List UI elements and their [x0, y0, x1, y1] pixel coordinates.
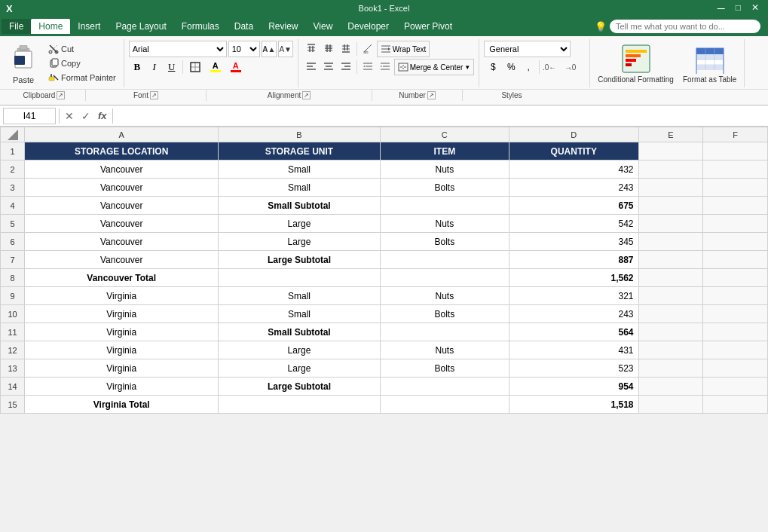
data-cell[interactable]: 1,518: [509, 396, 638, 414]
data-cell[interactable]: [703, 323, 768, 341]
menu-insert[interactable]: Insert: [70, 19, 108, 34]
number-format-select[interactable]: General: [484, 41, 571, 57]
cut-button[interactable]: Cut: [45, 43, 119, 55]
align-left-btn[interactable]: [303, 59, 320, 75]
data-cell[interactable]: 243: [509, 179, 638, 197]
data-cell[interactable]: [219, 269, 380, 287]
data-cell[interactable]: [703, 161, 768, 179]
cell-e1[interactable]: [638, 142, 703, 161]
data-cell[interactable]: 243: [509, 305, 638, 323]
data-cell[interactable]: [703, 197, 768, 215]
wrap-text-button[interactable]: Wrap Text: [377, 41, 430, 57]
data-cell[interactable]: Bolts: [380, 179, 509, 197]
data-cell[interactable]: [638, 396, 703, 414]
data-cell[interactable]: [703, 269, 768, 287]
data-cell[interactable]: [703, 215, 768, 233]
decrease-decimal-btn[interactable]: .0←: [542, 59, 563, 75]
col-header-e[interactable]: E: [638, 127, 703, 142]
data-cell[interactable]: [638, 233, 703, 251]
data-cell[interactable]: [638, 341, 703, 359]
row-header[interactable]: 3: [1, 179, 25, 197]
font-family-select[interactable]: Arial: [129, 41, 227, 57]
header-cell-c1[interactable]: ITEM: [380, 142, 509, 161]
data-cell[interactable]: [380, 378, 509, 396]
minimize-btn[interactable]: ─: [714, 3, 728, 14]
data-cell[interactable]: Virginia: [25, 378, 219, 396]
highlight-button[interactable]: A: [206, 59, 225, 75]
data-cell[interactable]: 954: [509, 378, 638, 396]
menu-developer[interactable]: Developer: [340, 19, 396, 34]
data-cell[interactable]: 432: [509, 161, 638, 179]
data-cell[interactable]: [703, 233, 768, 251]
decrease-indent-btn[interactable]: [360, 59, 376, 75]
data-cell[interactable]: Nuts: [380, 341, 509, 359]
data-cell[interactable]: [638, 305, 703, 323]
data-cell[interactable]: [703, 287, 768, 305]
data-cell[interactable]: Virginia: [25, 287, 219, 305]
data-cell[interactable]: 564: [509, 323, 638, 341]
menu-page-layout[interactable]: Page Layout: [108, 19, 173, 34]
header-cell-a1[interactable]: STORAGE LOCATION: [25, 142, 219, 161]
cancel-formula-icon[interactable]: ✕: [63, 110, 76, 122]
data-cell[interactable]: [219, 396, 380, 414]
clipboard-expand-icon[interactable]: ↗: [57, 91, 65, 99]
format-as-table-button[interactable]: Format as Table: [680, 41, 740, 86]
data-cell[interactable]: [638, 215, 703, 233]
data-cell[interactable]: Small Subtotal: [219, 197, 380, 215]
data-cell[interactable]: Bolts: [380, 233, 509, 251]
data-cell[interactable]: Vancouver: [25, 179, 219, 197]
data-cell[interactable]: [638, 323, 703, 341]
font-expand-icon[interactable]: ↗: [150, 91, 158, 99]
data-cell[interactable]: [638, 179, 703, 197]
increase-decimal-btn[interactable]: →.0: [564, 59, 585, 75]
format-painter-button[interactable]: Format Painter: [45, 72, 119, 84]
data-cell[interactable]: Small: [219, 161, 380, 179]
menu-file[interactable]: File: [2, 19, 31, 34]
align-right-btn[interactable]: [338, 59, 354, 75]
data-cell[interactable]: 1,562: [509, 269, 638, 287]
header-cell-d1[interactable]: QUANTITY: [509, 142, 638, 161]
data-cell[interactable]: Large: [219, 233, 380, 251]
row-header[interactable]: 14: [1, 378, 25, 396]
increase-indent-btn[interactable]: [377, 59, 393, 75]
row-header[interactable]: 1: [1, 142, 25, 161]
data-cell[interactable]: Virginia: [25, 305, 219, 323]
insert-function-icon[interactable]: fx: [96, 110, 109, 121]
cell-reference-input[interactable]: [3, 108, 56, 124]
col-header-d[interactable]: D: [509, 127, 638, 142]
row-header[interactable]: 7: [1, 251, 25, 269]
data-cell[interactable]: [703, 251, 768, 269]
data-cell[interactable]: 321: [509, 287, 638, 305]
paste-button[interactable]: Paste: [5, 39, 42, 87]
search-input[interactable]: [610, 20, 760, 33]
menu-power-pivot[interactable]: Power Pivot: [396, 19, 460, 34]
data-cell[interactable]: [703, 341, 768, 359]
underline-button[interactable]: U: [164, 59, 180, 75]
currency-button[interactable]: $: [484, 59, 502, 75]
col-header-b[interactable]: B: [219, 127, 380, 142]
data-cell[interactable]: [638, 197, 703, 215]
data-cell[interactable]: [703, 305, 768, 323]
data-cell[interactable]: [638, 378, 703, 396]
percent-button[interactable]: %: [503, 59, 519, 75]
font-size-select[interactable]: 10: [228, 41, 260, 57]
copy-button[interactable]: Copy: [45, 57, 119, 69]
cell-f1[interactable]: [703, 142, 768, 161]
data-cell[interactable]: [380, 323, 509, 341]
text-direction-btn[interactable]: ab: [360, 41, 376, 57]
data-cell[interactable]: [703, 179, 768, 197]
close-btn[interactable]: ✕: [748, 3, 762, 14]
row-header[interactable]: 4: [1, 197, 25, 215]
row-header[interactable]: 8: [1, 269, 25, 287]
data-cell[interactable]: Nuts: [380, 161, 509, 179]
data-cell[interactable]: [380, 251, 509, 269]
data-cell[interactable]: Nuts: [380, 215, 509, 233]
data-cell[interactable]: [638, 251, 703, 269]
row-header[interactable]: 11: [1, 323, 25, 341]
data-cell[interactable]: [380, 269, 509, 287]
menu-data[interactable]: Data: [227, 19, 261, 34]
data-cell[interactable]: Vancouver: [25, 233, 219, 251]
row-header[interactable]: 2: [1, 161, 25, 179]
data-cell[interactable]: Large: [219, 341, 380, 359]
data-cell[interactable]: [638, 161, 703, 179]
